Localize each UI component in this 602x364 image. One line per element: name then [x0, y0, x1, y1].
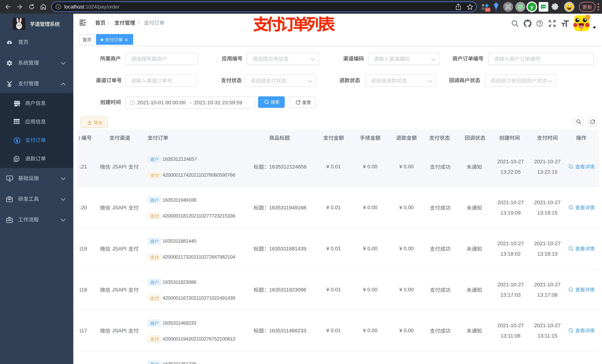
- svg-text:y: y: [530, 4, 533, 10]
- svg-text:10: 10: [485, 8, 489, 12]
